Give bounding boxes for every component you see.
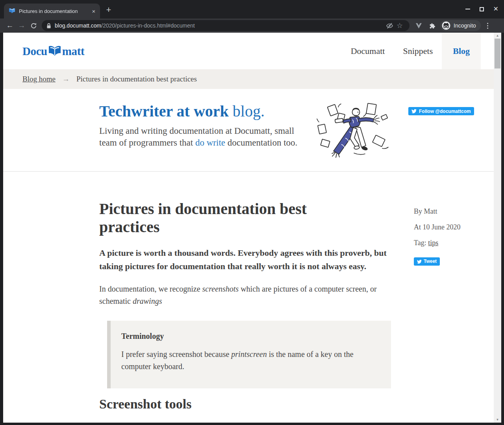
post-tag: Tag: tips (414, 239, 461, 247)
twitter-follow-button[interactable]: Follow @documattcom (408, 107, 474, 115)
lock-icon (46, 23, 51, 29)
subtitle-link[interactable]: do write (195, 138, 225, 148)
tab-close-icon[interactable]: × (90, 7, 98, 15)
maximize-button[interactable] (480, 7, 484, 11)
site-nav: Documatt Snippets Blog (342, 33, 481, 69)
breadcrumb-home-link[interactable]: Blog home (22, 75, 56, 83)
open-book-logo-icon (47, 45, 62, 57)
browser-toolbar: ← → blog.documatt.com/2020/pictures-in-d… (0, 18, 504, 33)
forward-icon[interactable]: → (16, 20, 28, 31)
section-heading: Screenshot tools (99, 397, 494, 412)
follow-button-label: Follow @documattcom (419, 109, 471, 114)
tweet-button[interactable]: Tweet (414, 257, 440, 266)
url-bar[interactable]: blog.documatt.com/2020/pictures-in-docs.… (42, 20, 410, 31)
eye-off-icon[interactable] (384, 20, 395, 31)
url-text: blog.documatt.com/2020/pictures-in-docs.… (55, 22, 195, 29)
v-extension-icon[interactable] (413, 20, 424, 31)
page-scrollbar[interactable]: ▲ ▼ (494, 33, 501, 423)
blog-title-rest: blog. (229, 102, 265, 120)
subtitle-text-after: documentation too. (225, 138, 297, 148)
admonition-italic: printscreen (231, 350, 267, 358)
article-paragraph: In documentation, we recognize screensho… (99, 283, 384, 307)
incognito-icon (442, 21, 450, 30)
documatt-logo[interactable]: Docu matt (22, 44, 84, 57)
nav-item-documatt[interactable]: Documatt (342, 33, 394, 69)
logo-text-left: Docu (22, 44, 47, 57)
scrollbar-thumb[interactable] (495, 39, 500, 68)
logo-text-right: matt (62, 44, 84, 57)
extensions-puzzle-icon[interactable] (427, 20, 437, 31)
twitter-bird-icon (411, 109, 417, 114)
url-path: /2020/pictures-in-docs.html#document (101, 22, 195, 29)
blog-subtitle: Living and writing documentation at Docu… (99, 125, 302, 149)
url-domain: blog.documatt.com (55, 22, 101, 29)
browser-tab[interactable]: Pictures in documentation × (4, 4, 100, 18)
breadcrumb: Blog home → Pictures in documentation be… (3, 69, 494, 89)
tag-label: Tag: (414, 239, 428, 247)
admonition-title: Terminology (121, 332, 379, 341)
juggling-writer-illustration (316, 102, 393, 160)
blog-hero: Techwriter at work blog. Living and writ… (3, 89, 494, 172)
scroll-up-icon[interactable]: ▲ (494, 33, 501, 38)
nav-item-snippets[interactable]: Snippets (394, 33, 442, 69)
admonition-text-part: I prefer saying screenshot because (121, 350, 231, 358)
tab-title: Pictures in documentation (19, 8, 90, 14)
paragraph-italic: drawings (133, 297, 162, 305)
browser-titlebar: Pictures in documentation × + ✕ (0, 0, 504, 18)
back-icon[interactable]: ← (4, 20, 16, 31)
incognito-badge[interactable]: Incognito (440, 20, 481, 31)
minimize-button[interactable] (465, 9, 470, 9)
terminology-admonition: Terminology I prefer saying screenshot b… (107, 321, 391, 388)
article-lead: A picture is worth a thousand words. Eve… (99, 246, 398, 273)
incognito-label: Incognito (454, 22, 476, 29)
site-header: Docu matt Documatt Snippets Blog (3, 33, 494, 69)
blog-title: Techwriter at work blog. (99, 102, 265, 120)
breadcrumb-current: Pictures in documentation best practices (76, 75, 197, 83)
admonition-text: I prefer saying screenshot because print… (121, 348, 373, 373)
bookmark-star-icon[interactable]: ☆ (395, 20, 405, 31)
paragraph-text: In documentation, we recognize (99, 285, 202, 293)
tweet-button-label: Tweet (424, 258, 437, 265)
post-author: By Matt (414, 208, 461, 215)
post-meta: By Matt At 10 June 2020 Tag: tips Tweet (414, 208, 461, 266)
article-title: Pictures in documentation best practices (99, 200, 351, 236)
article: Pictures in documentation best practices… (3, 172, 494, 423)
reload-icon[interactable] (28, 20, 39, 31)
nav-item-blog[interactable]: Blog (442, 33, 481, 69)
menu-dots-icon[interactable] (484, 20, 492, 31)
tag-link-tips[interactable]: tips (428, 239, 438, 247)
favicon-book-icon (9, 8, 15, 14)
scroll-down-icon[interactable]: ▼ (494, 417, 501, 422)
breadcrumb-arrow-icon: → (62, 75, 70, 83)
page-viewport: Docu matt Documatt Snippets Blog (3, 33, 501, 423)
post-date: At 10 June 2020 (414, 224, 461, 231)
twitter-bird-icon (417, 259, 422, 264)
close-window-button[interactable]: ✕ (493, 6, 498, 12)
blog-title-strong: Techwriter at work (99, 102, 229, 120)
paragraph-italic: screenshots (202, 285, 239, 293)
new-tab-button[interactable]: + (104, 5, 113, 15)
